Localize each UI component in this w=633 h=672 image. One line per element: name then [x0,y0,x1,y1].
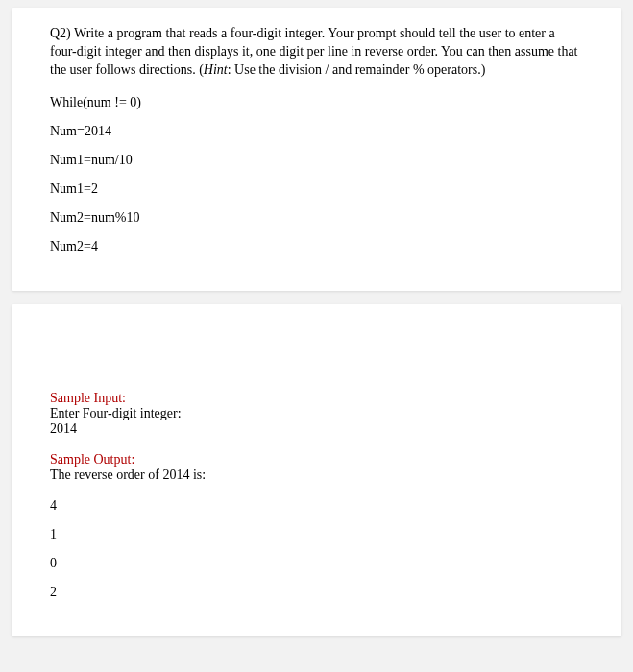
code-line: Num2=num%10 [50,210,583,226]
hint-label: Hint [204,62,228,77]
code-line: Num2=4 [50,239,583,254]
output-line: 4 [50,498,583,514]
output-line: 1 [50,527,583,542]
code-line: Num1=num/10 [50,153,583,168]
sample-input-value: 2014 [50,421,583,437]
output-line: 2 [50,585,583,600]
output-line: 0 [50,556,583,571]
code-line: While(num != 0) [50,95,583,110]
sample-output-block: Sample Output: The reverse order of 2014… [50,452,583,483]
sample-output-intro: The reverse order of 2014 is: [50,468,583,483]
code-line: Num=2014 [50,124,583,139]
sample-input-label: Sample Input: [50,391,583,406]
question-text: Q2) Write a program that reads a four-di… [50,25,583,80]
sample-output-label: Sample Output: [50,452,583,468]
code-line: Num1=2 [50,181,583,197]
sample-input-prompt: Enter Four-digit integer: [50,406,583,421]
question-card: Q2) Write a program that reads a four-di… [12,8,621,291]
sample-input-block: Sample Input: Enter Four-digit integer: … [50,391,583,437]
hint-text: : Use the division / and remainder % ope… [228,62,486,77]
sample-card: Sample Input: Enter Four-digit integer: … [12,304,621,636]
